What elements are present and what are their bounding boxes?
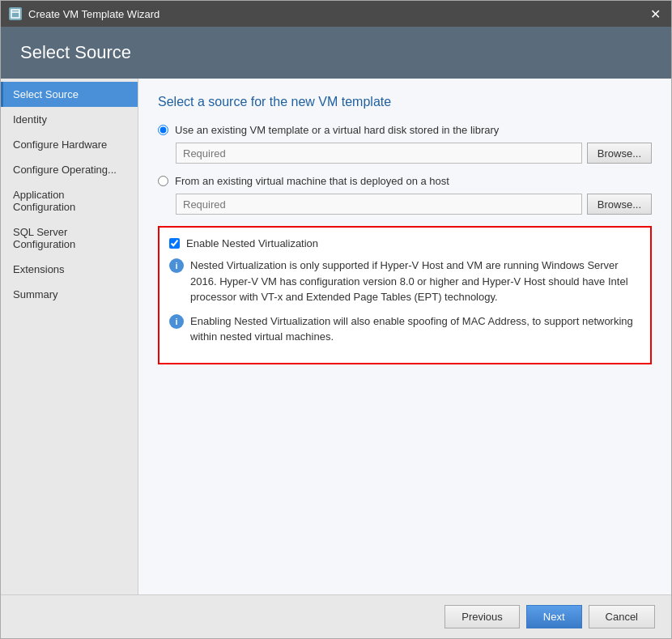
option2-input[interactable]	[176, 194, 582, 215]
sidebar: Select Source Identity Configure Hardwar…	[1, 79, 138, 594]
info-block-1: i Nested Virtualization is only supporte…	[169, 258, 640, 305]
sidebar-item-identity[interactable]: Identity	[1, 107, 138, 132]
main-content: Select Source Identity Configure Hardwar…	[1, 79, 671, 594]
title-bar: Create VM Template Wizard ✕	[1, 1, 671, 27]
info-icon-2: i	[169, 314, 184, 329]
sidebar-item-sql-server-configuration[interactable]: SQL Server Configuration	[1, 219, 138, 257]
footer: Previous Next Cancel	[1, 594, 671, 638]
sidebar-item-configure-operating[interactable]: Configure Operating...	[1, 157, 138, 182]
option1-input[interactable]	[176, 143, 582, 164]
sidebar-item-configure-hardware[interactable]: Configure Hardware	[1, 132, 138, 157]
next-button[interactable]: Next	[526, 605, 582, 628]
svg-rect-0	[11, 10, 19, 18]
option2-browse-button[interactable]: Browse...	[587, 194, 652, 215]
option1-input-row: Browse...	[176, 143, 652, 164]
sidebar-item-select-source[interactable]: Select Source	[1, 82, 138, 107]
page-title: Select Source	[20, 42, 131, 63]
content-area: Select a source for the new VM template …	[138, 79, 671, 594]
option1-radio[interactable]	[158, 125, 168, 135]
close-button[interactable]: ✕	[647, 6, 663, 22]
cancel-button[interactable]: Cancel	[589, 605, 655, 628]
option2-radio[interactable]	[158, 176, 168, 186]
nested-virt-checkbox-row: Enable Nested Virtualization	[169, 237, 640, 249]
sidebar-item-extensions[interactable]: Extensions	[1, 257, 138, 282]
option1-row: Use an existing VM template or a virtual…	[158, 124, 652, 136]
option2-label[interactable]: From an existing virtual machine that is…	[175, 175, 449, 187]
info-text-2: Enabling Nested Virtualization will also…	[190, 313, 640, 345]
app-icon	[9, 7, 22, 20]
main-window: Create VM Template Wizard ✕ Select Sourc…	[0, 0, 672, 639]
window-title: Create VM Template Wizard	[28, 8, 647, 20]
option1-browse-button[interactable]: Browse...	[587, 143, 652, 164]
content-title: Select a source for the new VM template	[158, 95, 652, 109]
sidebar-item-summary[interactable]: Summary	[1, 282, 138, 307]
nested-virt-section: Enable Nested Virtualization i Nested Vi…	[158, 226, 652, 364]
sidebar-item-application-configuration[interactable]: Application Configuration	[1, 182, 138, 219]
option1-label[interactable]: Use an existing VM template or a virtual…	[175, 124, 499, 136]
option2-row: From an existing virtual machine that is…	[158, 175, 652, 187]
header-bar: Select Source	[1, 27, 671, 79]
info-icon-1: i	[169, 258, 184, 273]
nested-virt-checkbox[interactable]	[169, 238, 180, 249]
option2-input-row: Browse...	[176, 194, 652, 215]
previous-button[interactable]: Previous	[444, 605, 520, 628]
info-text-1: Nested Virtualization is only supported …	[190, 258, 640, 305]
info-block-2: i Enabling Nested Virtualization will al…	[169, 313, 640, 345]
nested-virt-label[interactable]: Enable Nested Virtualization	[186, 237, 318, 249]
